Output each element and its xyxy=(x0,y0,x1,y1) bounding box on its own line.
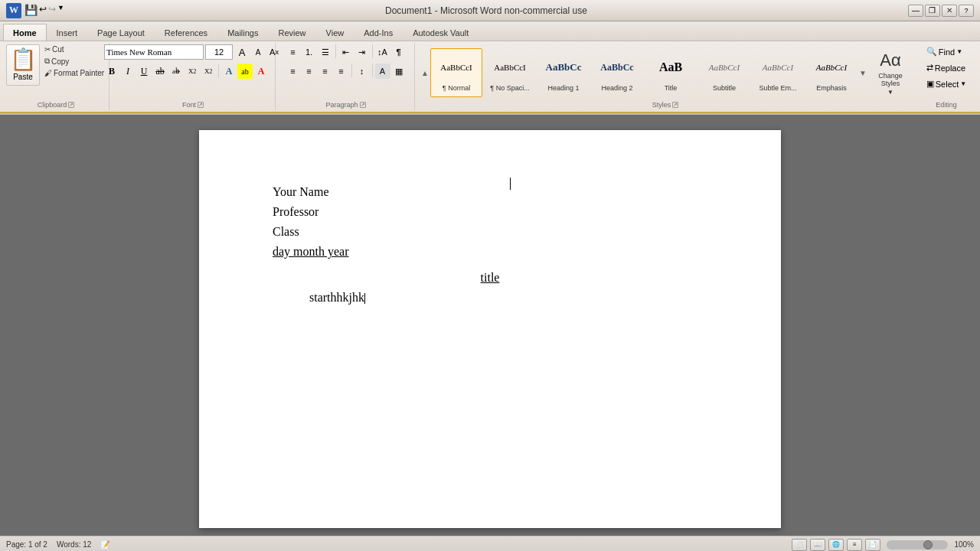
paste-label: Paste xyxy=(13,73,33,81)
find-button[interactable]: 🔍 Find ▼ xyxy=(923,44,966,59)
tab-references[interactable]: References xyxy=(155,24,217,41)
subscript-button[interactable]: X2 xyxy=(185,64,200,79)
status-right: ⬜ 📖 🌐 ≡ 📄 100% xyxy=(792,539,974,551)
styles-scroll-up[interactable]: ▲ xyxy=(420,50,430,96)
bullets-btn[interactable]: ≡ xyxy=(286,44,301,60)
font-size-input[interactable] xyxy=(205,44,233,60)
full-reading-btn[interactable]: 📖 xyxy=(810,539,825,551)
quick-access[interactable]: 💾 ↩ ↪ ▼ xyxy=(24,4,64,17)
style-subtle-em[interactable]: AaBbCcI Subtle Em... xyxy=(752,48,804,97)
numbering-btn[interactable]: 1. xyxy=(302,44,317,60)
paragraph-expand[interactable]: ↗ xyxy=(360,102,366,108)
tab-insert[interactable]: Insert xyxy=(47,24,88,41)
dropdown-arrow[interactable]: ▼ xyxy=(57,4,64,17)
underline-button[interactable]: U xyxy=(136,64,152,79)
restore-button[interactable]: ❐ xyxy=(925,5,940,17)
para-sep1 xyxy=(335,44,336,58)
shading-btn[interactable]: A xyxy=(375,64,390,79)
change-styles-arrow: ▼ xyxy=(887,89,893,96)
font-name-input[interactable] xyxy=(104,44,204,60)
style-subtitle[interactable]: AaBbCcI Subtitle xyxy=(698,48,750,97)
border-btn[interactable]: ▦ xyxy=(391,64,407,79)
styles-scroll-down[interactable]: ▼ xyxy=(858,50,868,96)
justify-btn[interactable]: ≡ xyxy=(334,64,349,79)
style-emphasis[interactable]: AaBbCcI Emphasis xyxy=(805,48,858,97)
decrease-font-btn[interactable]: A xyxy=(250,44,266,60)
tab-home[interactable]: Home xyxy=(3,24,47,41)
style-heading1[interactable]: AaBbCc Heading 1 xyxy=(537,48,590,97)
style-normal[interactable]: AaBbCcI ¶ Normal xyxy=(430,48,482,97)
strikethrough2-button[interactable]: ab̶ xyxy=(168,64,184,79)
ribbon-bottom-bar xyxy=(0,112,980,113)
italic-button[interactable]: I xyxy=(120,64,136,79)
styles-expand[interactable]: ↗ xyxy=(672,102,678,108)
change-styles-icon: Aα xyxy=(880,51,900,70)
style-no-spacing-label: ¶ No Spaci... xyxy=(490,84,529,92)
align-center-btn[interactable]: ≡ xyxy=(302,64,317,79)
save-quick-btn[interactable]: 💾 xyxy=(24,4,38,17)
font-group: A A Ax B I U ab ab̶ X2 X2 A ab A xyxy=(111,43,276,110)
undo-quick-btn[interactable]: ↩ xyxy=(39,4,47,17)
tab-addins[interactable]: Add-Ins xyxy=(354,24,403,41)
minimize-button[interactable]: — xyxy=(908,5,923,17)
tab-page-layout[interactable]: Page Layout xyxy=(87,24,155,41)
font-expand[interactable]: ↗ xyxy=(198,102,204,108)
superscript-button[interactable]: X2 xyxy=(201,64,216,79)
bold-button[interactable]: B xyxy=(104,64,119,79)
text-effects-btn[interactable]: A xyxy=(221,64,237,79)
professor-line: Professor xyxy=(273,205,707,219)
paragraph-group-content: ≡ 1. ☰ ⇤ ⇥ ↕A ¶ ≡ ≡ ≡ ≡ ↕ xyxy=(286,44,407,101)
line-spacing-btn[interactable]: ↕ xyxy=(354,64,370,79)
styles-area: ▲ AaBbCcI ¶ Normal AaBbCcI ¶ No Spaci... xyxy=(420,48,868,97)
clipboard-expand[interactable]: ↗ xyxy=(68,102,74,108)
paragraph-row2: ≡ ≡ ≡ ≡ ↕ A ▦ xyxy=(286,64,407,79)
zoom-slider[interactable] xyxy=(887,540,948,549)
style-title[interactable]: AaB Title xyxy=(645,48,697,97)
format-painter-icon: 🖌 xyxy=(44,69,52,77)
para-sep3 xyxy=(351,64,352,77)
increase-indent-btn[interactable]: ⇥ xyxy=(354,44,370,60)
style-heading2[interactable]: AaBbCc Heading 2 xyxy=(591,48,643,97)
find-label: Find xyxy=(939,47,955,57)
word-count: Words: 12 xyxy=(57,540,91,549)
document-page[interactable]: Your Name Professor Class day month year… xyxy=(199,130,781,528)
formatting-row: B I U ab ab̶ X2 X2 A ab A xyxy=(104,64,269,79)
style-no-spacing[interactable]: AaBbCcI ¶ No Spaci... xyxy=(484,48,536,97)
close-button[interactable]: ✕ xyxy=(942,5,957,17)
style-emphasis-label: Emphasis xyxy=(816,84,847,92)
tab-review[interactable]: Review xyxy=(268,24,315,41)
sort-btn[interactable]: ↕A xyxy=(375,44,390,60)
tab-view[interactable]: View xyxy=(316,24,354,41)
format-painter-button[interactable]: 🖌 Format Painter xyxy=(43,68,106,78)
show-hide-btn[interactable]: ¶ xyxy=(391,44,407,60)
style-title-label: Title xyxy=(665,84,678,92)
multilevel-btn[interactable]: ☰ xyxy=(318,44,333,60)
help-button[interactable]: ? xyxy=(959,5,974,17)
style-normal-label: ¶ Normal xyxy=(443,84,470,92)
select-button[interactable]: ▣ Select ▼ xyxy=(923,77,971,91)
align-left-btn[interactable]: ≡ xyxy=(286,64,301,79)
print-layout-btn[interactable]: ⬜ xyxy=(792,539,807,551)
tab-mailings[interactable]: Mailings xyxy=(217,24,268,41)
redo-quick-btn[interactable]: ↪ xyxy=(48,4,56,17)
draft-btn[interactable]: 📄 xyxy=(865,539,880,551)
change-styles-button[interactable]: Aα ChangeStyles ▼ xyxy=(870,51,911,96)
find-icon: 🔍 xyxy=(926,47,937,57)
align-right-btn[interactable]: ≡ xyxy=(318,64,333,79)
web-layout-btn[interactable]: 🌐 xyxy=(828,539,844,551)
outline-btn[interactable]: ≡ xyxy=(847,539,862,551)
increase-font-btn[interactable]: A xyxy=(234,44,250,60)
font-color-btn[interactable]: A xyxy=(253,64,269,79)
window-controls: — ❐ ✕ ? xyxy=(908,5,974,17)
decrease-indent-btn[interactable]: ⇤ xyxy=(338,44,354,60)
editing-group-label: Editing xyxy=(936,101,957,109)
copy-button[interactable]: ⧉ Copy xyxy=(43,56,106,67)
cut-button[interactable]: ✂ Cut xyxy=(43,44,106,54)
zoom-thumb[interactable] xyxy=(923,540,933,549)
replace-button[interactable]: ⇄ Replace xyxy=(923,60,969,75)
highlight-btn[interactable]: ab xyxy=(237,64,253,79)
style-title-preview: AaB xyxy=(647,51,694,84)
paste-button[interactable]: 📋 Paste xyxy=(6,44,40,86)
tab-autodesk[interactable]: Autodesk Vault xyxy=(403,24,479,41)
strikethrough-button[interactable]: ab xyxy=(152,64,168,79)
